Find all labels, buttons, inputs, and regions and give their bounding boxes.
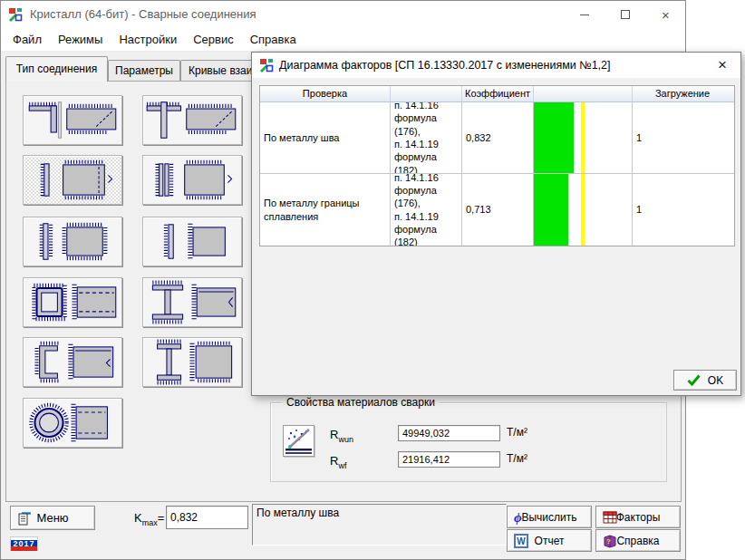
menu-file[interactable]: Файл	[5, 28, 50, 52]
i-beam-side-joint-icon	[143, 278, 241, 326]
dialog-logo-icon	[259, 58, 274, 72]
joint-box-section-button[interactable]	[23, 277, 122, 327]
status-text-box: По металлу шва	[252, 504, 507, 546]
joint-single-plate-button[interactable]	[23, 155, 122, 205]
menu-button[interactable]: Меню	[10, 506, 95, 530]
joint-i-beam-side-button[interactable]	[142, 277, 242, 327]
menu-settings[interactable]: Настройки	[111, 28, 185, 52]
single-plate-joint-icon	[24, 156, 121, 204]
box-section-joint-icon	[24, 278, 121, 326]
kmax-value-field[interactable]: 0,832	[166, 506, 248, 529]
limit-line	[581, 174, 585, 246]
factors-table: Проверка Коэффициент Загружение По метал…	[259, 85, 735, 246]
header-check: Проверка	[260, 86, 391, 101]
green-check-icon	[687, 374, 701, 386]
report-button[interactable]: W Отчет	[507, 529, 592, 552]
load-cell: 1	[633, 102, 732, 173]
kmax-label: Kmax=	[134, 511, 164, 527]
lap-plate-joint-icon	[24, 217, 121, 266]
help-book-icon: ?	[603, 534, 617, 548]
materials-group-title: Свойства материалов сварки	[282, 396, 440, 409]
header-load: Загружение	[633, 86, 732, 101]
weld-material-button[interactable]	[283, 425, 314, 457]
header-formula	[391, 86, 462, 101]
coeff-cell: 0,713	[462, 174, 534, 246]
window-title: Кристалл (64-бит) - Сварные соединения	[30, 1, 256, 28]
joint-corner-tee-button[interactable]	[23, 95, 122, 145]
norm-year-badge: 2017	[10, 536, 38, 551]
svg-text:?: ?	[606, 537, 611, 546]
dialog-close-icon[interactable]: ×	[710, 53, 735, 78]
header-coeff: Коэффициент	[462, 86, 534, 101]
calculate-button[interactable]: ϕ Вычислить	[507, 506, 592, 528]
load-cell: 1	[633, 174, 732, 246]
menu-service[interactable]: Сервис	[185, 28, 242, 52]
rwun-value-field[interactable]: 49949,032	[398, 425, 500, 441]
app-logo-icon	[8, 7, 23, 22]
joint-i-beam-end-button[interactable]	[142, 337, 242, 387]
channel-section-joint-icon	[24, 338, 121, 386]
dialog-title: Диаграмма факторов [СП 16.13330.2017 с и…	[279, 53, 611, 78]
tab-parameters[interactable]: Параметры	[108, 60, 180, 82]
tab-joint-type[interactable]: Тип соединения	[5, 56, 108, 82]
coeff-cell: 0,832	[462, 102, 534, 173]
norm-year-text: 2017	[11, 539, 37, 548]
rwf-label: Rwf	[330, 454, 346, 470]
minimize-button[interactable]	[564, 1, 605, 28]
bar-cell	[534, 102, 633, 173]
cross-tee-joint-icon	[143, 96, 241, 144]
menu-page-icon	[18, 511, 33, 526]
utilization-bar	[534, 174, 568, 246]
maximize-button[interactable]	[605, 1, 645, 28]
pipe-section-joint-icon	[24, 399, 121, 447]
calculate-label: Вычислить	[521, 511, 576, 524]
table-row: По металлу границы сплавления п. 14.1.16…	[260, 174, 734, 246]
rwun-label: Rwun	[330, 428, 353, 444]
corner-tee-joint-icon	[24, 96, 121, 144]
check-cell: По металлу шва	[260, 102, 391, 173]
rwun-unit: Т/м²	[507, 426, 527, 439]
double-plate-joint-icon	[143, 156, 241, 204]
ok-button[interactable]: OK	[673, 370, 737, 391]
check-cell: По металлу границы сплавления	[260, 174, 391, 246]
function-icon: ϕ	[514, 510, 528, 525]
i-beam-end-joint-icon	[143, 338, 241, 386]
joint-pipe-section-button[interactable]	[23, 398, 122, 448]
factors-label: Факторы	[616, 511, 661, 524]
joint-end-fillet-button[interactable]	[142, 217, 242, 266]
word-document-icon: W	[514, 534, 528, 548]
menu-bar: Файл Режимы Настройки Сервис Справка	[1, 28, 685, 52]
table-header-row: Проверка Коэффициент Загружение	[260, 86, 734, 102]
bar-cell	[534, 174, 633, 246]
close-button[interactable]: ×	[645, 1, 686, 28]
header-bar	[534, 86, 633, 101]
table-grid-icon	[603, 510, 617, 525]
ok-label: OK	[708, 374, 723, 387]
title-bar: Кристалл (64-бит) - Сварные соединения ×	[1, 1, 685, 28]
joint-double-plate-button[interactable]	[142, 155, 242, 205]
rwf-unit: Т/м²	[507, 452, 527, 465]
joint-lap-plate-button[interactable]	[23, 217, 122, 266]
help-button[interactable]: ? Справка	[595, 529, 681, 552]
end-fillet-joint-icon	[143, 217, 241, 266]
table-row: По металлу шва п. 14.1.16 формула (176),…	[260, 102, 734, 174]
formula-cell: п. 14.1.16 формула (176), п. 14.1.19 фор…	[391, 102, 462, 173]
limit-line	[581, 102, 585, 173]
rwf-value-field[interactable]: 21916,412	[398, 451, 500, 468]
report-label: Отчет	[535, 535, 565, 547]
menu-button-label: Меню	[36, 511, 68, 525]
dialog-title-bar: Диаграмма факторов [СП 16.13330.2017 с и…	[252, 53, 740, 78]
materials-group-box: Свойства материалов сварки Rwun 49949,03…	[270, 402, 667, 482]
factors-button[interactable]: Факторы	[595, 506, 681, 528]
menu-help[interactable]: Справка	[242, 28, 305, 52]
joint-channel-section-button[interactable]	[23, 337, 122, 387]
joint-cross-tee-button[interactable]	[142, 95, 242, 145]
welding-image-icon	[284, 426, 314, 456]
menu-modes[interactable]: Режимы	[50, 28, 111, 52]
utilization-bar	[534, 102, 574, 173]
help-label: Справка	[616, 535, 659, 547]
factors-diagram-dialog: Диаграмма факторов [СП 16.13330.2017 с и…	[251, 52, 741, 396]
formula-cell: п. 14.1.16 формула (176), п. 14.1.19 фор…	[391, 174, 462, 246]
